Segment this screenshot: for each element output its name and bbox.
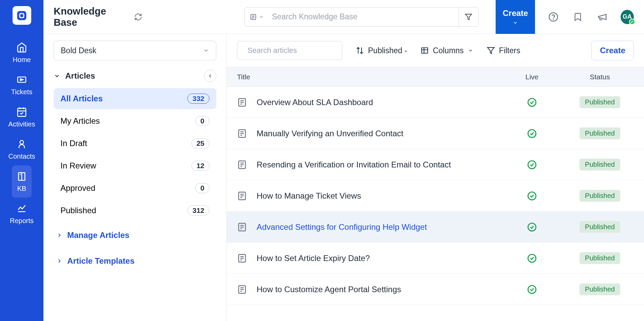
svg-rect-2 (20, 14, 23, 17)
top-header: Knowledge Base Create GA (43, 0, 644, 34)
article-templates-link[interactable]: Article Templates (54, 248, 216, 274)
help-icon[interactable] (547, 10, 559, 24)
home-icon (16, 42, 27, 53)
status-badge: Published (579, 127, 620, 139)
filter-list: All Articles332My Articles0In Draft25In … (54, 88, 216, 222)
row-live (498, 254, 566, 263)
user-icon (16, 138, 27, 150)
filter-in-draft[interactable]: In Draft25 (54, 133, 216, 154)
nav-rail: HomeTicketsActivitiesContactsKBReports (0, 0, 43, 321)
create-article-button[interactable]: Create (591, 41, 634, 60)
table-row[interactable]: How to Set Article Expiry Date? Publishe… (227, 243, 644, 274)
columns-label: Columns (433, 46, 464, 55)
status-badge: Published (579, 96, 620, 108)
status-badge: Published (579, 283, 620, 295)
nav-label: Home (13, 56, 31, 64)
filter-my-articles[interactable]: My Articles0 (54, 111, 216, 132)
sort-button[interactable]: Published - (356, 46, 407, 55)
document-icon (237, 128, 247, 139)
filters-label: Filters (499, 46, 520, 55)
document-icon (237, 284, 247, 295)
brand-label: Bold Desk (61, 46, 96, 55)
table-row[interactable]: Resending a Verification or Invitation E… (227, 149, 644, 180)
filter-approved[interactable]: Approved0 (54, 178, 216, 199)
table-row[interactable]: Manually Verifying an Unverified Contact… (227, 118, 644, 149)
search-articles-input[interactable] (247, 46, 341, 55)
filter-count: 312 (187, 205, 209, 216)
table-row[interactable]: How to Manage Ticket Views Published (227, 180, 644, 212)
article-templates-label: Article Templates (67, 256, 134, 266)
columns-button[interactable]: Columns (421, 46, 473, 55)
check-circle-icon (527, 254, 537, 263)
filter-count: 0 (195, 183, 209, 193)
avatar[interactable]: GA (621, 10, 634, 24)
content: Bold Desk Articles All Articles332My Art… (43, 34, 644, 321)
svg-rect-23 (422, 48, 428, 53)
row-live (498, 129, 566, 138)
refresh-button[interactable] (134, 12, 143, 22)
collapse-sidebar-button[interactable] (204, 70, 216, 82)
page-title: Knowledge Base (54, 6, 127, 28)
nav-home[interactable]: Home (8, 37, 35, 69)
table-area: Published - Columns Filters Create Title… (227, 34, 644, 321)
nav-kb[interactable]: KB (12, 165, 32, 198)
status-badge: Published (579, 221, 620, 233)
check-circle-icon (527, 98, 537, 107)
search-type-picker[interactable] (245, 13, 269, 21)
col-title: Title (237, 73, 498, 81)
columns-icon (421, 46, 429, 55)
article-sidebar: Bold Desk Articles All Articles332My Art… (43, 34, 227, 321)
table-row[interactable]: How to Customize Agent Portal Settings P… (227, 274, 644, 305)
brand-selector[interactable]: Bold Desk (54, 41, 216, 60)
filter-label: All Articles (60, 94, 103, 103)
bookmark-icon[interactable] (571, 10, 584, 24)
search-articles (237, 41, 342, 60)
filter-label: Approved (60, 183, 95, 193)
filter-count: 12 (191, 161, 209, 171)
svg-marker-26 (487, 47, 494, 54)
row-live (498, 191, 566, 201)
table-row[interactable]: Advanced Settings for Configuring Help W… (227, 212, 644, 243)
sort-icon (356, 46, 364, 55)
filter-in-review[interactable]: In Review12 (54, 155, 216, 176)
nav-tickets[interactable]: Tickets (8, 69, 35, 101)
manage-articles-link[interactable]: Manage Articles (54, 222, 216, 248)
filter-label: Published (60, 206, 96, 215)
global-search-filter[interactable] (459, 7, 478, 26)
nav-label: Tickets (11, 88, 33, 96)
filter-icon (487, 46, 495, 55)
row-title: How to Customize Agent Portal Settings (257, 285, 498, 294)
document-icon (237, 191, 247, 201)
sort-label: Published - (368, 46, 407, 55)
chevron-down-icon (468, 48, 473, 53)
svg-rect-5 (18, 108, 26, 116)
main-area: Knowledge Base Create GA (43, 0, 644, 321)
nav-contacts[interactable]: Contacts (8, 133, 35, 165)
nav-reports[interactable]: Reports (8, 198, 35, 230)
row-live (498, 222, 566, 232)
row-title: Resending a Verification or Invitation E… (257, 160, 498, 169)
row-live (498, 98, 566, 107)
filter-count: 0 (195, 116, 209, 126)
row-title: Overview About SLA Dashboard (257, 98, 498, 107)
create-button-top[interactable]: Create (496, 0, 535, 34)
filters-button[interactable]: Filters (487, 46, 520, 55)
row-title: How to Manage Ticket Views (257, 191, 498, 201)
articles-toggle[interactable]: Articles (54, 71, 95, 81)
filter-all-articles[interactable]: All Articles332 (54, 88, 216, 109)
global-search-input[interactable] (269, 12, 459, 21)
status-online-badge (629, 19, 635, 25)
nav-activities[interactable]: Activities (8, 101, 35, 133)
col-status: Status (566, 73, 634, 81)
nav-label: Reports (10, 217, 34, 225)
document-icon (237, 253, 247, 263)
nav-label: KB (17, 185, 26, 193)
filter-label: In Review (60, 161, 96, 170)
filter-published[interactable]: Published312 (54, 200, 216, 221)
nav-label: Activities (8, 120, 35, 128)
table-row[interactable]: Overview About SLA Dashboard Published (227, 87, 644, 118)
row-status: Published (566, 252, 634, 264)
table-header: Title Live Status (227, 67, 644, 87)
document-icon (237, 160, 247, 170)
announce-icon[interactable] (596, 10, 609, 24)
